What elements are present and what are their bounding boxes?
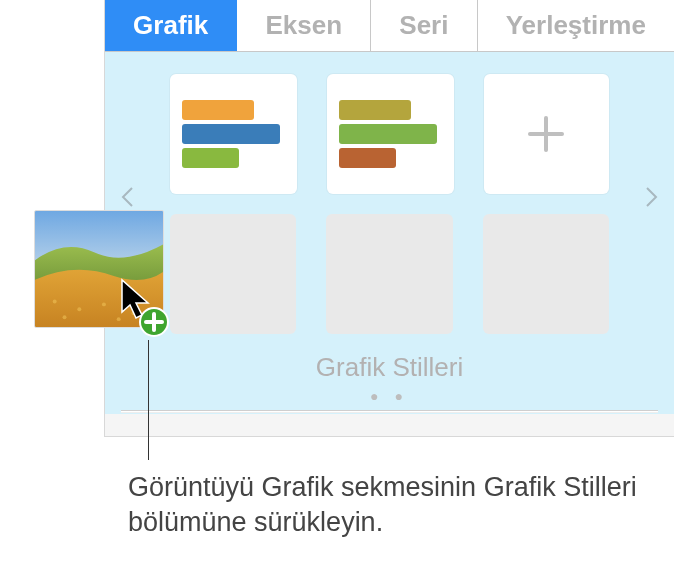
styles-prev-arrow[interactable] [117,182,137,212]
callout-leader-line [148,340,149,460]
chart-style-slot-empty[interactable] [326,214,452,334]
chart-styles-row-empty [170,214,609,344]
svg-point-3 [53,299,57,303]
chart-styles-pager[interactable]: ● ● [105,388,674,404]
tab-arrange[interactable]: Yerleştirme [478,0,674,51]
chart-style-swatch-2[interactable] [327,74,454,194]
chart-styles-row [170,74,609,204]
callout-text: Görüntüyü Grafik sekmesinin Grafik Still… [128,470,648,540]
chart-style-slot-empty[interactable] [170,214,296,334]
chart-styles-title: Grafik Stilleri [105,352,674,383]
swatch-bar [339,124,437,144]
chart-styles-section: Grafik Stilleri ● ● [105,52,674,414]
add-chart-style-button[interactable] [484,74,609,194]
drag-cursor-add-icon [118,278,172,338]
tab-series[interactable]: Seri [371,0,477,51]
panel-bottom [105,414,674,436]
swatch-bar [339,100,411,120]
inspector-panel: Grafik Eksen Seri Yerleştirme [104,0,674,437]
tab-axis[interactable]: Eksen [237,0,371,51]
section-divider [121,410,658,411]
swatch-bar [182,148,239,168]
inspector-tabbar: Grafik Eksen Seri Yerleştirme [105,0,674,52]
tab-chart[interactable]: Grafik [105,0,237,51]
styles-next-arrow[interactable] [642,182,662,212]
svg-point-7 [63,315,67,319]
swatch-bar [339,148,396,168]
chart-style-slot-empty[interactable] [483,214,609,334]
chart-style-swatch-1[interactable] [170,74,297,194]
plus-icon [522,110,570,158]
swatch-bar [182,124,280,144]
swatch-bar [182,100,254,120]
svg-point-4 [77,307,81,311]
svg-point-5 [102,302,106,306]
